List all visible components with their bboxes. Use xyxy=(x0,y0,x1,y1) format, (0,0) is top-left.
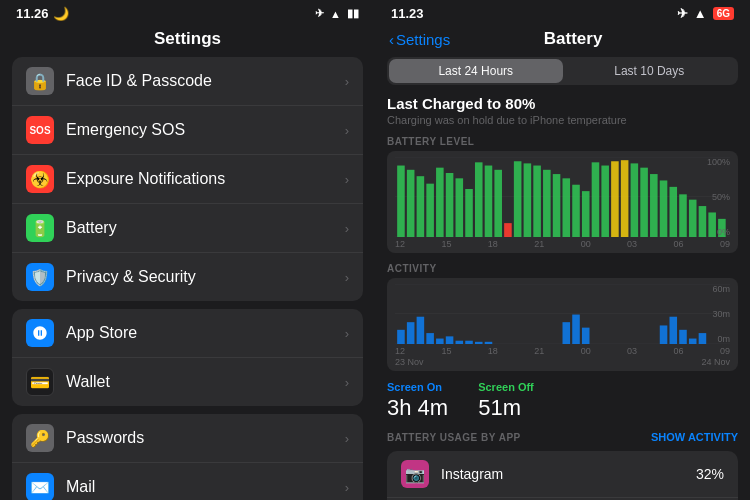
right-panel: 11.23 ✈ ▲ 6G ‹ Settings Battery Last 24 … xyxy=(375,0,750,500)
instagram-name: Instagram xyxy=(441,466,696,482)
svg-rect-44 xyxy=(436,339,444,344)
wifi-icon: ▲ xyxy=(330,8,341,20)
app-usage-list: 📷 Instagram 32% 💬 WhatsApp Notifications… xyxy=(387,451,738,500)
show-activity-button[interactable]: SHOW ACTIVITY xyxy=(651,431,738,443)
right-time: 11.23 xyxy=(391,6,424,21)
left-status-bar: 11.26 🌙 ✈ ▲ ▮▮ xyxy=(0,0,375,25)
carrier-badge: 6G xyxy=(713,7,734,20)
chevron-icon: › xyxy=(345,375,349,390)
battery-level-label: BATTERY LEVEL xyxy=(387,136,738,147)
battery-content: Last 24 Hours Last 10 Days Last Charged … xyxy=(375,57,750,500)
left-moon-icon: 🌙 xyxy=(53,6,69,21)
right-status-icons: ✈ ▲ 6G xyxy=(677,6,734,21)
chevron-icon: › xyxy=(345,74,349,89)
instagram-info: Instagram xyxy=(441,466,696,482)
svg-rect-10 xyxy=(465,189,473,237)
charge-title: Last Charged to 80% xyxy=(387,95,738,112)
settings-item-app-store[interactable]: App Store › xyxy=(12,309,363,358)
svg-rect-49 xyxy=(485,342,493,344)
battery-icon: ▮▮ xyxy=(347,7,359,20)
settings-list: 🔒 Face ID & Passcode › SOS Emergency SOS… xyxy=(0,57,375,500)
svg-rect-26 xyxy=(621,160,629,237)
settings-group-3: 🔑 Passwords › ✉️ Mail › 👥 Contacts › 📅 C… xyxy=(12,414,363,500)
chevron-icon: › xyxy=(345,326,349,341)
svg-rect-34 xyxy=(699,206,707,237)
right-status-bar: 11.23 ✈ ▲ 6G xyxy=(375,0,750,25)
svg-rect-23 xyxy=(592,162,600,237)
svg-rect-17 xyxy=(533,166,541,237)
usage-title: BATTERY USAGE BY APP xyxy=(387,432,521,443)
svg-rect-42 xyxy=(417,317,425,344)
svg-rect-19 xyxy=(553,174,561,237)
right-header: ‹ Settings Battery xyxy=(375,25,750,57)
svg-rect-30 xyxy=(660,180,668,237)
settings-item-mail[interactable]: ✉️ Mail › xyxy=(12,463,363,500)
settings-item-privacy[interactable]: 🛡️ Privacy & Security › xyxy=(12,253,363,301)
battery-chart-svg xyxy=(395,157,730,237)
svg-rect-43 xyxy=(426,333,434,344)
settings-item-emergency-sos[interactable]: SOS Emergency SOS › xyxy=(12,106,363,155)
app-store-icon xyxy=(26,319,54,347)
battery-icon: 🔋 xyxy=(26,214,54,242)
chevron-icon: › xyxy=(345,431,349,446)
settings-group-1: 🔒 Face ID & Passcode › SOS Emergency SOS… xyxy=(12,57,363,301)
stats-row: Screen On 3h 4m Screen Off 51m xyxy=(387,381,738,421)
settings-item-face-id[interactable]: 🔒 Face ID & Passcode › xyxy=(12,57,363,106)
settings-item-battery[interactable]: 🔋 Battery › xyxy=(12,204,363,253)
svg-rect-8 xyxy=(446,173,454,237)
svg-rect-6 xyxy=(426,184,434,237)
chevron-icon: › xyxy=(345,270,349,285)
right-wifi-icon: ▲ xyxy=(694,6,707,21)
svg-rect-33 xyxy=(689,200,697,237)
settings-item-exposure[interactable]: ☣️ Exposure Notifications › xyxy=(12,155,363,204)
left-panel: 11.26 🌙 ✈ ▲ ▮▮ Settings 🔒 Face ID & Pass… xyxy=(0,0,375,500)
chevron-icon: › xyxy=(345,480,349,495)
svg-rect-40 xyxy=(397,330,405,344)
svg-rect-31 xyxy=(669,187,677,237)
back-button[interactable]: ‹ Settings xyxy=(389,31,450,48)
settings-item-wallet[interactable]: 💳 Wallet › xyxy=(12,358,363,406)
svg-rect-54 xyxy=(669,317,677,344)
privacy-icon: 🛡️ xyxy=(26,263,54,291)
svg-rect-4 xyxy=(407,170,415,237)
right-page-title: Battery xyxy=(450,29,696,49)
battery-label: Battery xyxy=(66,219,345,237)
screen-off-value: 51m xyxy=(478,395,534,421)
emergency-sos-label: Emergency SOS xyxy=(66,121,345,139)
tab-10d[interactable]: Last 10 Days xyxy=(563,59,737,83)
privacy-label: Privacy & Security xyxy=(66,268,345,286)
exposure-label: Exposure Notifications xyxy=(66,170,345,188)
svg-rect-28 xyxy=(640,168,648,237)
svg-rect-25 xyxy=(611,161,619,237)
svg-rect-57 xyxy=(699,333,707,344)
screen-off-stat: Screen Off 51m xyxy=(478,381,534,421)
screen-on-value: 3h 4m xyxy=(387,395,448,421)
right-plane-icon: ✈ xyxy=(677,6,688,21)
passwords-icon: 🔑 xyxy=(26,424,54,452)
svg-rect-56 xyxy=(689,339,697,344)
settings-item-passwords[interactable]: 🔑 Passwords › xyxy=(12,414,363,463)
instagram-pct: 32% xyxy=(696,466,724,482)
svg-rect-29 xyxy=(650,174,658,237)
battery-time-labels: 12 15 18 21 00 03 06 09 xyxy=(395,239,730,249)
screen-on-stat: Screen On 3h 4m xyxy=(387,381,448,421)
screen-on-label: Screen On xyxy=(387,381,448,393)
svg-rect-9 xyxy=(456,178,464,237)
chevron-icon: › xyxy=(345,221,349,236)
usage-header: BATTERY USAGE BY APP SHOW ACTIVITY xyxy=(387,431,738,443)
left-status-icons: ✈ ▲ ▮▮ xyxy=(315,7,359,20)
svg-rect-7 xyxy=(436,168,444,237)
app-usage-instagram[interactable]: 📷 Instagram 32% xyxy=(387,451,738,498)
tab-24h[interactable]: Last 24 Hours xyxy=(389,59,563,83)
instagram-icon: 📷 xyxy=(401,460,429,488)
svg-rect-22 xyxy=(582,191,590,237)
date-labels: 23 Nov 24 Nov xyxy=(395,357,730,367)
svg-rect-16 xyxy=(524,163,532,237)
passwords-label: Passwords xyxy=(66,429,345,447)
svg-rect-52 xyxy=(582,328,590,344)
app-store-label: App Store xyxy=(66,324,345,342)
svg-rect-3 xyxy=(397,166,405,237)
svg-rect-5 xyxy=(417,176,425,237)
activity-chart: 60m 30m 0m xyxy=(387,278,738,371)
battery-level-chart: 100% 50% 0% xyxy=(387,151,738,253)
